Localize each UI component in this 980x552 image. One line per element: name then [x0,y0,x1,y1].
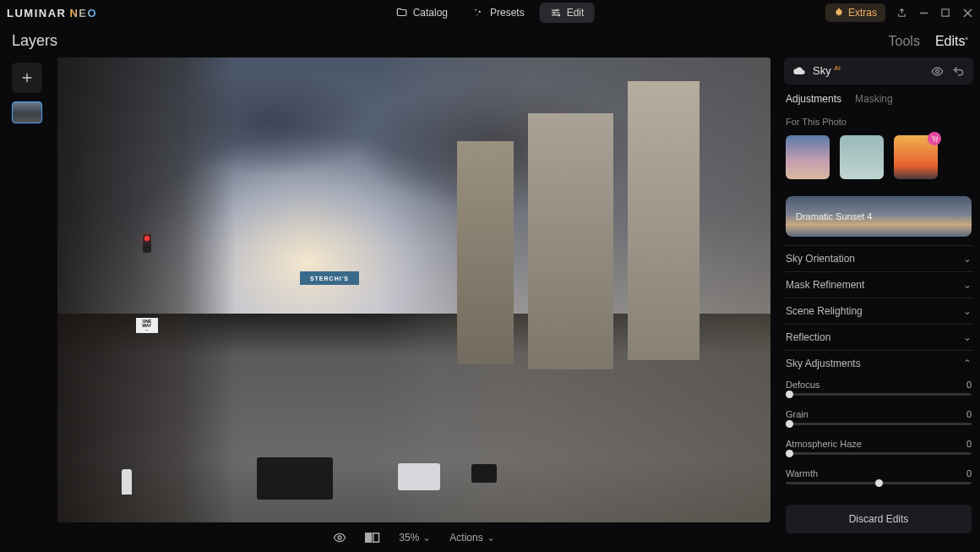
compare-icon [365,532,380,544]
sky-preset-thumb[interactable] [786,135,830,179]
title-bar: LUMINAR NEO Catalog Presets Edit Extras [0,0,980,25]
sky-preset-thumb[interactable] [840,135,884,179]
slider-knob[interactable] [786,391,793,398]
nav-edit[interactable]: Edit [540,3,595,23]
close-button[interactable] [961,7,973,19]
cart-icon [931,135,939,143]
sliders-icon [550,7,562,19]
photo-person [122,469,132,495]
photo-viewport[interactable]: STERCHI'S ONEWAY→ [57,57,770,522]
zoom-level[interactable]: 35% ⌄ [399,532,431,544]
photo-sign: STERCHI'S [300,271,359,285]
slider-track[interactable] [786,423,972,425]
logo-text-b: NEO [69,7,97,19]
slider-defocus: Defocus0 [786,376,972,406]
tool-header-actions [931,65,965,78]
section-reflection[interactable]: Reflection⌄ [784,324,973,350]
extras-button[interactable]: Extras [825,3,885,22]
photo-facade [528,113,613,369]
photo-facade [628,81,699,360]
add-layer-button[interactable] [12,63,42,93]
tool-header[interactable]: Sky AI [784,57,973,85]
svg-point-5 [558,14,560,16]
nav-edit-label: Edit [567,7,585,19]
chevron-up-icon: ⌃ [963,358,972,369]
section-scene-relighting[interactable]: Scene Relighting⌄ [784,298,973,324]
edits-panel: Sky AI Adjustments Masking For This Phot… [777,57,980,552]
tool-name: Sky AI [813,64,924,77]
slider-track[interactable] [786,393,972,396]
discard-edits-button[interactable]: Discard Edits [786,505,972,533]
app-logo: LUMINAR NEO [7,7,97,19]
svg-point-10 [936,69,939,73]
chevron-down-icon: ⌄ [963,279,972,291]
folder-icon [396,7,408,19]
sky-preset-thumb[interactable] [894,135,938,179]
chevron-down-icon: ⌄ [422,532,431,544]
plus-icon [20,71,34,85]
slider-grain: Grain0 [786,406,972,435]
eye-icon[interactable] [931,65,944,78]
svg-point-0 [476,9,477,11]
undo-icon[interactable] [952,65,965,78]
eye-icon [333,531,346,544]
ai-badge: AI [834,64,841,72]
actions-menu[interactable]: Actions ⌄ [449,532,494,544]
sky-adjustments-sliders: Defocus0 Grain0 Atmospheric Haze0 Warmth… [784,376,973,500]
sub-tab-masking[interactable]: Masking [855,93,893,105]
layers-title: Layers [12,32,57,50]
cart-badge-icon[interactable] [928,132,941,145]
maximize-button[interactable] [939,7,951,19]
svg-point-4 [553,12,555,14]
for-this-photo-label: For This Photo [786,117,973,127]
slider-knob[interactable] [875,479,883,487]
sub-header: Layers Tools Edits• [0,25,980,55]
minimize-button[interactable] [917,7,929,19]
section-sky-orientation[interactable]: Sky Orientation⌄ [784,245,973,271]
chevron-down-icon: ⌄ [953,210,961,222]
slider-haze: Atmospheric Haze0 [786,435,972,465]
nav-presets-label: Presets [490,7,525,19]
svg-rect-6 [941,8,948,15]
share-icon [896,8,907,19]
selected-sky-dropdown[interactable]: Dramatic Sunset 4 ⌄ [786,196,972,237]
svg-point-7 [338,536,341,539]
svg-point-1 [479,11,481,13]
slider-knob[interactable] [786,420,793,428]
chevron-down-icon: ⌄ [963,305,972,317]
photo-cars [236,407,663,500]
slider-knob[interactable] [786,450,793,457]
canvas-toolbar: 35% ⌄ Actions ⌄ [57,522,770,552]
main-nav: Catalog Presets Edit [386,3,595,23]
main-area: STERCHI'S ONEWAY→ 35% ⌄ Actions ⌄ Sky AI [0,57,980,552]
visibility-toggle[interactable] [333,531,346,544]
share-button[interactable] [896,7,907,19]
slider-track[interactable] [786,452,972,455]
sub-tab-adjustments[interactable]: Adjustments [786,93,841,105]
svg-point-3 [557,9,558,11]
right-panel-tabs: Tools Edits• [889,34,968,49]
nav-catalog[interactable]: Catalog [386,3,458,23]
logo-text-a: LUMINAR [7,7,66,19]
svg-rect-9 [373,533,379,542]
cloud-icon [792,64,806,78]
window-controls: Extras [825,3,973,22]
photo-oneway-sign: ONEWAY→ [136,318,158,333]
tab-edits[interactable]: Edits• [935,34,968,49]
puzzle-icon [834,8,844,18]
chevron-down-icon: ⌄ [963,331,972,343]
selected-sky-label: Dramatic Sunset 4 [796,211,953,221]
sky-suggestions [784,135,973,179]
compare-toggle[interactable] [365,532,380,544]
layer-thumbnail[interactable] [12,101,42,123]
nav-presets[interactable]: Presets [463,3,535,23]
section-mask-refinement[interactable]: Mask Refinement⌄ [784,271,973,298]
tab-tools[interactable]: Tools [889,34,920,49]
section-sky-adjustments[interactable]: Sky Adjustments⌃ [784,350,973,376]
svg-rect-8 [366,533,372,542]
svg-point-2 [477,14,478,15]
slider-track[interactable] [786,482,972,484]
close-icon [963,8,972,18]
tool-sub-tabs: Adjustments Masking [784,93,973,113]
chevron-down-icon: ⌄ [963,253,972,265]
